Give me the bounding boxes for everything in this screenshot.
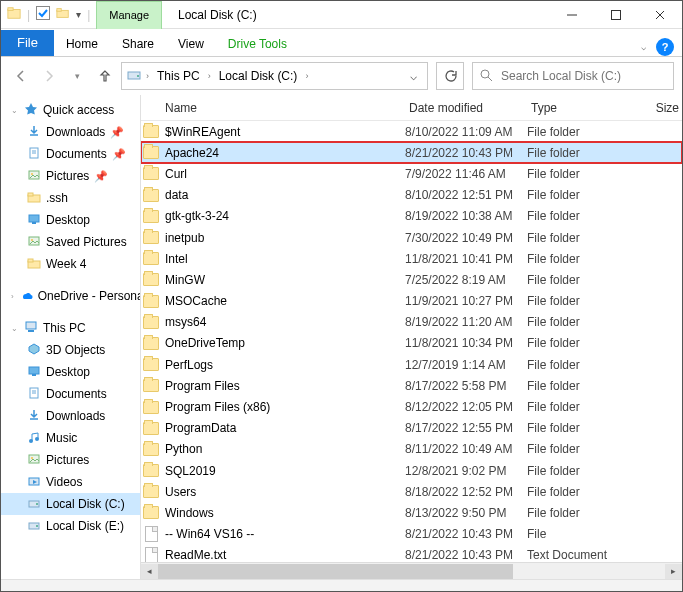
checkbox-icon[interactable] <box>36 6 50 23</box>
svg-point-35 <box>29 439 33 443</box>
svg-rect-6 <box>612 10 621 19</box>
file-row[interactable]: data8/10/2022 12:51 PMFile folder <box>141 185 682 206</box>
file-row[interactable]: OneDriveTemp11/8/2021 10:34 PMFile folde… <box>141 333 682 354</box>
sidebar-group-label: This PC <box>43 321 86 335</box>
ribbon-tab-home[interactable]: Home <box>54 33 110 56</box>
chevron-down-icon[interactable]: ⌄ <box>11 324 19 333</box>
file-row[interactable]: Windows8/13/2022 9:50 PMFile folder <box>141 502 682 523</box>
svg-point-43 <box>36 525 38 527</box>
breadcrumb-root[interactable]: This PC <box>153 67 204 85</box>
file-row[interactable]: Intel11/8/2021 10:41 PMFile folder <box>141 248 682 269</box>
file-row[interactable]: Curl7/9/2022 11:46 AMFile folder <box>141 163 682 184</box>
recent-dropdown[interactable]: ▾ <box>65 64 89 88</box>
sidebar-item[interactable]: Saved Pictures <box>1 231 140 253</box>
sidebar-item[interactable]: Documents📌 <box>1 143 140 165</box>
back-button[interactable] <box>9 64 33 88</box>
sidebar-item[interactable]: Week 4 <box>1 253 140 275</box>
file-row[interactable]: PerfLogs12/7/2019 1:14 AMFile folder <box>141 354 682 375</box>
sidebar-group-label: OneDrive - Personal <box>38 289 140 303</box>
scroll-left-icon[interactable]: ◂ <box>141 564 158 579</box>
file-date: 8/19/2022 11:20 AM <box>405 315 527 329</box>
minimize-button[interactable] <box>550 1 594 29</box>
open-folder-icon[interactable] <box>56 6 70 23</box>
svg-rect-2 <box>37 7 50 20</box>
file-row[interactable]: Users8/18/2022 12:52 PMFile folder <box>141 481 682 502</box>
ribbon-tab-file[interactable]: File <box>1 30 54 56</box>
sidebar-item[interactable]: Downloads <box>1 405 140 427</box>
scroll-right-icon[interactable]: ▸ <box>665 564 682 579</box>
column-header-name[interactable]: Name <box>141 101 409 115</box>
sidebar-item[interactable]: Desktop <box>1 209 140 231</box>
chevron-down-icon[interactable]: ⌄ <box>11 106 19 115</box>
sidebar-item[interactable]: Music <box>1 427 140 449</box>
file-row[interactable]: -- Win64 VS16 --8/21/2022 10:43 PMFile <box>141 524 682 545</box>
file-row[interactable]: MSOCache11/9/2021 10:27 PMFile folder <box>141 291 682 312</box>
sidebar-group[interactable]: ⌄Quick access <box>1 99 140 121</box>
sidebar-group[interactable]: ›OneDrive - Personal <box>1 285 140 307</box>
maximize-button[interactable] <box>594 1 638 29</box>
scroll-thumb[interactable] <box>158 564 513 579</box>
file-row[interactable]: Program Files8/17/2022 5:58 PMFile folde… <box>141 375 682 396</box>
sidebar-group[interactable]: ⌄This PC <box>1 317 140 339</box>
file-row[interactable]: gtk-gtk-3-248/19/2022 10:38 AMFile folde… <box>141 206 682 227</box>
up-button[interactable] <box>93 64 117 88</box>
refresh-button[interactable] <box>436 62 464 90</box>
breadcrumb-segment[interactable]: Local Disk (C:) <box>215 67 302 85</box>
column-header-type[interactable]: Type <box>531 101 639 115</box>
file-row[interactable]: $WinREAgent8/10/2022 11:09 AMFile folder <box>141 121 682 142</box>
svg-point-11 <box>481 70 489 78</box>
sidebar-item[interactable]: Downloads📌 <box>1 121 140 143</box>
chevron-right-icon[interactable]: › <box>144 71 151 81</box>
forward-button[interactable] <box>37 64 61 88</box>
column-header-size[interactable]: Size <box>639 101 679 115</box>
chevron-right-icon[interactable]: › <box>11 292 14 301</box>
file-row[interactable]: MinGW7/25/2022 8:19 AMFile folder <box>141 269 682 290</box>
down-icon <box>27 408 41 425</box>
file-date: 8/21/2022 10:43 PM <box>405 527 527 541</box>
sidebar-item-label: Local Disk (C:) <box>46 497 125 511</box>
file-name: Program Files (x86) <box>161 400 405 414</box>
sidebar-item[interactable]: Documents <box>1 383 140 405</box>
sidebar-item[interactable]: Pictures <box>1 449 140 471</box>
sidebar-item[interactable]: Desktop <box>1 361 140 383</box>
expand-ribbon-icon[interactable]: ⌵ <box>637 42 650 52</box>
file-row[interactable]: Apache248/21/2022 10:43 PMFile folder <box>141 142 682 163</box>
search-input[interactable] <box>499 68 667 84</box>
file-type: File folder <box>527 379 635 393</box>
chevron-right-icon[interactable]: › <box>303 71 310 81</box>
search-box[interactable] <box>472 62 674 90</box>
ribbon-tab-drive-tools[interactable]: Drive Tools <box>216 33 299 56</box>
column-header-date[interactable]: Date modified <box>409 101 531 115</box>
sidebar-item[interactable]: Pictures📌 <box>1 165 140 187</box>
file-row[interactable]: Python8/11/2022 10:49 AMFile folder <box>141 439 682 460</box>
ribbon-tab-share[interactable]: Share <box>110 33 166 56</box>
folder-icon <box>7 6 21 23</box>
file-row[interactable]: ProgramData8/17/2022 12:55 PMFile folder <box>141 418 682 439</box>
file-name: msys64 <box>161 315 405 329</box>
file-row[interactable]: SQL201912/8/2021 9:02 PMFile folder <box>141 460 682 481</box>
chevron-right-icon[interactable]: › <box>206 71 213 81</box>
address-bar[interactable]: › This PC › Local Disk (C:) › ⌵ <box>121 62 428 90</box>
file-name: Program Files <box>161 379 405 393</box>
sidebar-item-label: Desktop <box>46 365 90 379</box>
sidebar-item[interactable]: .ssh <box>1 187 140 209</box>
file-date: 12/7/2019 1:14 AM <box>405 358 527 372</box>
pin-icon: 📌 <box>112 148 126 161</box>
address-dropdown[interactable]: ⌵ <box>403 69 423 83</box>
folder-icon <box>27 256 41 273</box>
sidebar-item[interactable]: Local Disk (E:) <box>1 515 140 537</box>
file-row[interactable]: msys648/19/2022 11:20 AMFile folder <box>141 312 682 333</box>
file-row[interactable]: ReadMe.txt8/21/2022 10:43 PMText Documen… <box>141 545 682 562</box>
help-icon[interactable]: ? <box>656 38 674 56</box>
ribbon-tab-view[interactable]: View <box>166 33 216 56</box>
close-button[interactable] <box>638 1 682 29</box>
context-tab[interactable]: Manage <box>96 1 162 29</box>
horizontal-scrollbar[interactable]: ◂ ▸ <box>141 562 682 579</box>
svg-line-12 <box>488 77 492 81</box>
file-row[interactable]: inetpub7/30/2022 10:49 PMFile folder <box>141 227 682 248</box>
sidebar-item[interactable]: Videos <box>1 471 140 493</box>
file-type: File folder <box>527 336 635 350</box>
sidebar-item[interactable]: Local Disk (C:) <box>1 493 140 515</box>
sidebar-item[interactable]: 3D Objects <box>1 339 140 361</box>
file-row[interactable]: Program Files (x86)8/12/2022 12:05 PMFil… <box>141 396 682 417</box>
